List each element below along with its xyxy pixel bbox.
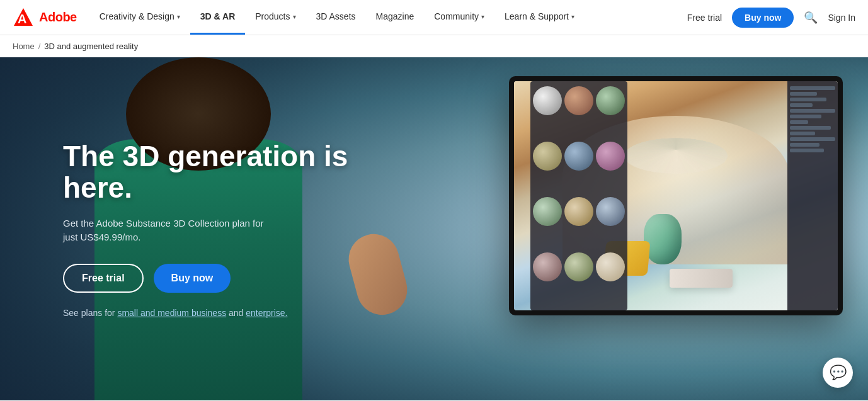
3d-object-platform (670, 269, 733, 288)
svg-text:A: A (18, 12, 26, 26)
ui-row (790, 137, 835, 141)
adobe-logo[interactable]: A Adobe (13, 7, 77, 28)
hero-buy-now-button[interactable]: Buy now (154, 264, 231, 293)
hero-plans-text: See plans for small and medium business … (63, 308, 409, 318)
monitor-screen (514, 81, 838, 310)
ui-row (790, 98, 826, 101)
hero-subtitle: Get the Adobe Substance 3D Collection pl… (63, 217, 409, 245)
search-icon[interactable]: 🔍 (804, 11, 818, 25)
adobe-logo-icon: A (13, 7, 34, 28)
ui-row (790, 109, 835, 113)
smb-plans-link[interactable]: small and medium business (117, 308, 226, 318)
nav-item-learn-support[interactable]: Learn & Support ▾ (494, 0, 585, 35)
ui-row (790, 103, 813, 107)
ui-row (790, 92, 817, 96)
hero-title: The 3D generation is here. (63, 140, 409, 203)
ui-row (790, 86, 835, 90)
nav-buy-now-button[interactable]: Buy now (732, 8, 794, 28)
breadcrumb: Home / 3D and augmented reality (0, 35, 868, 57)
breadcrumb-separator: / (38, 42, 41, 51)
nav-right-actions: Free trial Buy now 🔍 Sign In (687, 8, 855, 28)
ui-row (790, 143, 819, 147)
nav-item-community[interactable]: Community ▾ (424, 0, 494, 35)
hero-section: The 3D generation is here. Get the Adobe… (0, 57, 868, 400)
nav-item-3d-ar[interactable]: 3D & AR (190, 0, 246, 35)
monitor-ui-right-panel (787, 81, 838, 310)
breadcrumb-current: 3D and augmented reality (44, 42, 138, 51)
material-grid (530, 81, 627, 310)
hero-free-trial-button[interactable]: Free trial (63, 264, 144, 293)
nav-item-products[interactable]: Products ▾ (245, 0, 306, 35)
ui-row (790, 120, 808, 124)
sign-in-link[interactable]: Sign In (828, 13, 855, 23)
adobe-wordmark: Adobe (39, 10, 77, 25)
nav-item-3d-assets[interactable]: 3D Assets (306, 0, 366, 35)
3d-object-green (644, 214, 682, 264)
chevron-down-icon: ▾ (177, 13, 180, 20)
ui-row (790, 149, 824, 152)
chevron-down-icon: ▾ (293, 13, 296, 20)
ui-row (790, 132, 815, 135)
enterprise-plans-link[interactable]: enterprise. (246, 308, 287, 318)
hero-cta-buttons: Free trial Buy now (63, 264, 409, 293)
nav-free-trial-link[interactable]: Free trial (687, 13, 722, 23)
nav-item-creativity-design[interactable]: Creativity & Design ▾ (89, 0, 190, 35)
nav-items-list: Creativity & Design ▾ 3D & AR Products ▾… (89, 0, 687, 35)
chat-support-button[interactable]: 💬 (823, 358, 853, 388)
chevron-down-icon: ▾ (571, 13, 574, 20)
hero-monitor (509, 76, 843, 315)
ui-row (790, 115, 821, 118)
main-navigation: A Adobe Creativity & Design ▾ 3D & AR Pr… (0, 0, 868, 35)
breadcrumb-home[interactable]: Home (13, 42, 35, 51)
chevron-down-icon: ▾ (481, 13, 484, 20)
ui-row (790, 126, 831, 130)
chat-icon: 💬 (830, 364, 847, 381)
nav-item-magazine[interactable]: Magazine (366, 0, 425, 35)
hero-content: The 3D generation is here. Get the Adobe… (63, 140, 409, 317)
